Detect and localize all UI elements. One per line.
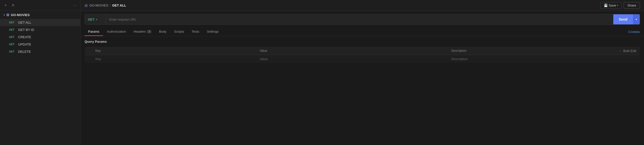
- sidebar-item-label-get-all: GET ALL: [18, 21, 31, 24]
- cookies-link[interactable]: Cookies: [628, 30, 640, 34]
- method-chevron-icon: ▾: [96, 18, 97, 21]
- sidebar-item-update[interactable]: GET UPDATE: [0, 41, 80, 48]
- params-description-header: Description: [448, 47, 585, 55]
- collection-chevron-icon: ▾: [4, 14, 5, 16]
- breadcrumb: ⊞ GO-MOVIES / GET ALL: [85, 3, 126, 8]
- table-row[interactable]: Key Value Description: [85, 55, 640, 63]
- breadcrumb-current: GET ALL: [112, 4, 126, 7]
- breadcrumb-collection: GO-MOVIES: [89, 4, 108, 7]
- sidebar-item-get-by-id[interactable]: GET GET BY ID: [0, 26, 80, 33]
- sidebar-toolbar: + ≡ ···: [0, 0, 80, 11]
- share-button[interactable]: Share: [624, 2, 640, 9]
- params-checkbox-col-header: [85, 47, 92, 55]
- tab-headers-label: Headers: [134, 30, 146, 33]
- row-value-placeholder[interactable]: Value: [256, 55, 448, 63]
- filter-button[interactable]: ≡: [11, 3, 15, 8]
- tabs-bar: Params Authorization Headers7 Body Scrip…: [81, 28, 644, 36]
- method-badge-get-by-id: GET: [9, 28, 16, 31]
- row-key-placeholder[interactable]: Key: [92, 55, 256, 63]
- save-chevron-icon: ▾: [617, 4, 618, 7]
- send-button-group: Send ▾: [613, 14, 640, 24]
- method-selector[interactable]: GET ▾: [85, 14, 106, 24]
- breadcrumb-collection-icon: ⊞: [85, 3, 88, 8]
- row-description-placeholder[interactable]: Description: [448, 55, 585, 63]
- params-bulk-edit-header: ··· Bulk Edit: [585, 47, 640, 55]
- params-section: Query Params Key Value Description ··· B…: [81, 36, 644, 63]
- save-button[interactable]: 💾 Save ▾: [600, 2, 622, 9]
- sidebar-top-left: + ≡: [4, 3, 15, 8]
- save-label: Save: [609, 4, 616, 7]
- query-params-title: Query Params: [85, 40, 640, 43]
- sidebar-item-label-create: CREATE: [18, 35, 31, 39]
- more-options-button[interactable]: ···: [73, 3, 77, 7]
- sidebar-item-label-update: UPDATE: [18, 42, 31, 46]
- method-badge-get-all: GET: [9, 21, 16, 24]
- sidebar-item-label-delete: DELETE: [18, 50, 31, 54]
- breadcrumb-separator: /: [110, 4, 111, 7]
- tab-body[interactable]: Body: [156, 28, 170, 36]
- collection-icon: ⊞: [6, 13, 9, 17]
- method-badge-update: GET: [9, 43, 16, 46]
- tab-headers[interactable]: Headers7: [130, 28, 155, 36]
- tab-headers-badge: 7: [147, 30, 151, 33]
- params-value-header: Value: [256, 47, 448, 55]
- url-input[interactable]: http://localhost:8000/movies: [106, 14, 613, 24]
- send-dropdown-button[interactable]: ▾: [633, 14, 640, 24]
- row-action: [585, 55, 640, 63]
- tab-settings[interactable]: Settings: [203, 28, 222, 36]
- topbar-actions: 💾 Save ▾ Share: [600, 2, 640, 9]
- tabs-right: Cookies: [628, 30, 640, 34]
- sidebar-item-get-all[interactable]: GET GET ALL: [0, 19, 80, 26]
- bulk-edit-actions: ··· Bulk Edit: [588, 49, 636, 53]
- bulk-edit-icon: ···: [618, 49, 621, 53]
- tab-params[interactable]: Params: [85, 28, 103, 36]
- method-selector-text: GET: [88, 18, 95, 21]
- sidebar: + ≡ ··· ▾ ⊞ GO-MOVIES GET GET ALL GET GE…: [0, 0, 81, 145]
- sidebar-item-label-get-by-id: GET BY ID: [18, 28, 34, 32]
- method-badge-create: GET: [9, 36, 16, 38]
- tab-authorization[interactable]: Authorization: [103, 28, 130, 36]
- sidebar-items-list: GET GET ALL GET GET BY ID GET CREATE GET…: [0, 19, 80, 55]
- collection-name: GO-MOVIES: [11, 13, 30, 17]
- sidebar-item-create[interactable]: GET CREATE: [0, 33, 80, 41]
- bulk-edit-link[interactable]: Bulk Edit: [623, 49, 636, 53]
- main-topbar: ⊞ GO-MOVIES / GET ALL 💾 Save ▾ Share: [81, 0, 644, 11]
- params-table-header-row: Key Value Description ··· Bulk Edit: [85, 47, 640, 55]
- send-button[interactable]: Send: [613, 14, 633, 24]
- main-content: ⊞ GO-MOVIES / GET ALL 💾 Save ▾ Share GET…: [81, 0, 644, 145]
- url-bar: GET ▾ http://localhost:8000/movies Send …: [85, 14, 640, 25]
- tab-scripts[interactable]: Scripts: [171, 28, 188, 36]
- sidebar-item-delete[interactable]: GET DELETE: [0, 48, 80, 55]
- collection-header[interactable]: ▾ ⊞ GO-MOVIES: [0, 11, 80, 19]
- tab-tests[interactable]: Tests: [188, 28, 203, 36]
- add-collection-button[interactable]: +: [4, 3, 8, 8]
- params-key-header: Key: [92, 47, 256, 55]
- save-icon: 💾: [604, 4, 608, 7]
- params-table: Key Value Description ··· Bulk Edit Key …: [85, 46, 640, 63]
- method-badge-delete: GET: [9, 50, 16, 53]
- row-checkbox: [85, 55, 92, 63]
